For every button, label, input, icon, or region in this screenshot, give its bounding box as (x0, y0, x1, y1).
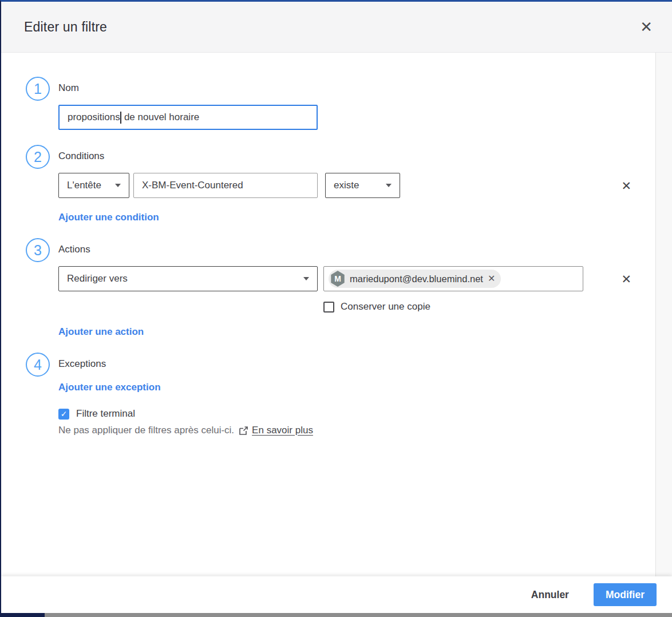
avatar: M (330, 271, 345, 287)
name-label: Nom (58, 82, 657, 94)
scrollbar-track[interactable] (655, 53, 672, 576)
keep-copy-checkbox[interactable] (323, 302, 334, 313)
step-number-badge: 2 (26, 145, 50, 169)
terminal-filter-label: Filtre terminal (76, 408, 135, 420)
remove-condition-icon[interactable]: ✕ (621, 180, 631, 192)
dialog-body: 1 Nom propositions de nouvel horaire 2 C… (1, 53, 672, 576)
actions-label: Actions (58, 244, 657, 255)
close-icon[interactable]: ✕ (638, 17, 655, 37)
name-value-after-caret: de nouvel horaire (121, 112, 199, 123)
step-number-badge: 1 (26, 77, 50, 101)
window-bottom-edge-navy (1, 613, 45, 617)
redirect-recipients-input[interactable]: M mariedupont@dev.bluemind.net ✕ (323, 266, 583, 291)
terminal-filter-description: Ne pas appliquer de filtres après celui-… (58, 425, 234, 436)
name-value-before-caret: propositions (68, 112, 120, 123)
chevron-down-icon (303, 277, 309, 280)
add-exception-link[interactable]: Ajouter une exception (58, 382, 161, 393)
condition-header-value: X-BM-Event-Countered (142, 180, 243, 191)
step-number-badge: 4 (26, 353, 50, 377)
condition-operator-select[interactable]: existe (325, 173, 400, 198)
dialog-header: Editer un filtre ✕ (1, 2, 672, 53)
keep-copy-row: Conserver une copie (323, 301, 657, 313)
condition-row: L'entête X-BM-Event-Countered existe ✕ (58, 173, 657, 198)
step-name: 1 Nom propositions de nouvel horaire (1, 77, 657, 130)
remove-recipient-icon[interactable]: ✕ (488, 274, 495, 283)
learn-more-link[interactable]: En savoir plus (252, 425, 313, 436)
conditions-label: Conditions (58, 151, 657, 162)
add-action-link[interactable]: Ajouter une action (58, 326, 144, 338)
action-type-value: Rediriger vers (67, 273, 128, 284)
chevron-down-icon (386, 184, 392, 187)
condition-operator-value: existe (334, 180, 359, 191)
chevron-down-icon (115, 184, 121, 187)
condition-field-value: L'entête (67, 180, 101, 191)
window-bottom-edge (1, 613, 672, 617)
add-condition-link[interactable]: Ajouter une condition (58, 212, 159, 223)
filter-name-input[interactable]: propositions de nouvel horaire (58, 105, 318, 130)
terminal-filter-description-row: Ne pas appliquer de filtres après celui-… (58, 425, 657, 436)
condition-header-input[interactable]: X-BM-Event-Countered (133, 173, 318, 198)
step-actions: 3 Actions Rediriger vers M mariedupont@d… (1, 238, 657, 338)
keep-copy-label: Conserver une copie (341, 301, 430, 313)
action-type-select[interactable]: Rediriger vers (58, 266, 318, 291)
submit-button[interactable]: Modifier (594, 583, 657, 606)
dialog-content: 1 Nom propositions de nouvel horaire 2 C… (1, 77, 657, 436)
step-exceptions: 4 Exceptions Ajouter une exception (1, 353, 657, 393)
remove-action-icon[interactable]: ✕ (621, 273, 631, 285)
recipient-chip[interactable]: M mariedupont@dev.bluemind.net ✕ (329, 270, 501, 288)
edit-filter-dialog: Editer un filtre ✕ 1 Nom propositions de… (0, 0, 672, 617)
checkmark-icon: ✓ (61, 410, 68, 418)
exceptions-label: Exceptions (58, 358, 657, 370)
step-number-badge: 3 (26, 238, 50, 262)
terminal-filter-block: ✓ Filtre terminal Ne pas appliquer de fi… (58, 408, 657, 436)
dialog-title: Editer un filtre (24, 19, 107, 35)
condition-field-select[interactable]: L'entête (58, 173, 129, 198)
dialog-footer: Annuler Modifier (1, 576, 672, 613)
terminal-filter-checkbox[interactable]: ✓ (58, 409, 69, 420)
step-conditions: 2 Conditions L'entête X-BM-Event-Counter… (1, 145, 657, 223)
cancel-button[interactable]: Annuler (531, 589, 569, 601)
action-row: Rediriger vers M mariedupont@dev.bluemin… (58, 266, 657, 291)
external-link-icon (239, 426, 248, 436)
recipient-email: mariedupont@dev.bluemind.net (350, 274, 483, 284)
